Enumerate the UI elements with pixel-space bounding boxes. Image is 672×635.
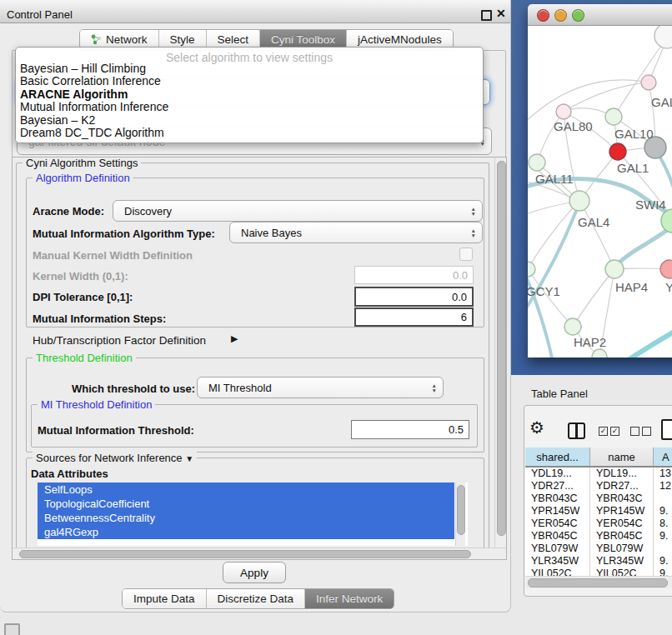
- group-title: Algorithm Definition: [33, 172, 133, 184]
- network-edge[interactable]: [528, 266, 553, 358]
- column-header-name[interactable]: name: [590, 448, 654, 468]
- network-graph[interactable]: GALGAL80GAL10GAL1GAL11GAL4SWI4GCY1HAP4YH…: [528, 26, 672, 358]
- manual-kernel-label: Manual Kernel Width Definition: [33, 249, 193, 262]
- algorithm-option[interactable]: Bayesian – K2: [20, 113, 95, 127]
- table-cell: YIL052C: [590, 568, 659, 576]
- deselect-all-icon[interactable]: [630, 427, 651, 436]
- float-window-icon[interactable]: [481, 10, 492, 21]
- tab-label: Network: [106, 33, 148, 46]
- tab-label: Select: [218, 33, 249, 46]
- hub-definition-toggle[interactable]: Hub/Transcription Factor Definition: [33, 334, 206, 347]
- table-row[interactable]: YER054CYER054C8.: [525, 518, 672, 530]
- table-row[interactable]: YBL079WYBL079W: [525, 542, 672, 555]
- control-panel-title: Control Panel: [7, 8, 73, 21]
- close-panel-icon[interactable]: ✕: [496, 7, 506, 20]
- table-cell: YDL19...: [525, 468, 596, 480]
- table-rows[interactable]: YDL19...YDL19...13YDR27...YDR27...12YBR0…: [525, 468, 672, 576]
- table-cell: 8.: [654, 518, 672, 530]
- table-cell: YER054C: [590, 518, 659, 530]
- node-swi4[interactable]: [661, 209, 672, 232]
- table-row[interactable]: YPR145WYPR145W9.: [525, 505, 672, 518]
- tab-discretize-data[interactable]: Discretize Data: [207, 589, 306, 608]
- algorithm-option[interactable]: Basic Correlation Inference: [20, 74, 161, 88]
- network-edge[interactable]: [573, 269, 614, 327]
- column-header-shared-name[interactable]: shared...: [525, 448, 590, 468]
- manual-kernel-checkbox[interactable]: [459, 248, 473, 261]
- data-attributes-label: Data Attributes: [31, 468, 108, 480]
- table-row[interactable]: YDR27...YDR27...12: [525, 480, 672, 492]
- data-attribute-item[interactable]: BetweennessCentrality: [38, 511, 454, 525]
- node-gal11[interactable]: [529, 154, 545, 171]
- algorithm-option[interactable]: Bayesian – Hill Climbing: [20, 62, 146, 75]
- list-scrollbar-thumb[interactable]: [457, 485, 465, 535]
- close-traffic-light-icon[interactable]: [537, 9, 549, 22]
- algorithm-option[interactable]: Dream8 DC_TDC Algorithm: [20, 126, 164, 139]
- table-cell: YER054C: [525, 518, 596, 530]
- aracne-mode-combobox[interactable]: Discovery ▲▼: [113, 200, 483, 222]
- network-edge[interactable]: [528, 80, 649, 124]
- network-edge[interactable]: [624, 326, 672, 358]
- select-all-icon[interactable]: ✓✓: [599, 427, 619, 436]
- node-top[interactable]: [654, 26, 672, 48]
- node-gcy1[interactable]: [528, 262, 535, 277]
- list-scrollbar[interactable]: [455, 482, 465, 546]
- tab-impute-data[interactable]: Impute Data: [123, 589, 207, 608]
- mi-threshold-field[interactable]: 0.5: [351, 420, 469, 439]
- dpi-tolerance-field[interactable]: 0.0: [354, 287, 474, 307]
- horizontal-scrollbar[interactable]: [13, 548, 506, 560]
- network-canvas[interactable]: GALGAL80GAL10GAL1GAL11GAL4SWI4GCY1HAP4YH…: [528, 26, 672, 358]
- node-gal80[interactable]: [556, 104, 571, 119]
- table-horizontal-scrollbar[interactable]: [525, 576, 672, 588]
- algorithm-option[interactable]: Mutual Information Inference: [20, 100, 168, 113]
- tab-label: jActiveMNodules: [358, 33, 442, 46]
- table-horizontal-scrollbar-thumb[interactable]: [528, 578, 668, 588]
- data-attribute-item[interactable]: TopologicalCoefficient: [38, 497, 454, 511]
- chevron-down-icon[interactable]: ▼: [185, 454, 193, 463]
- vertical-scrollbar-thumb[interactable]: [497, 161, 506, 536]
- node-gal4[interactable]: [569, 191, 589, 211]
- which-threshold-value: MI Threshold: [208, 382, 272, 394]
- table-cell: [654, 492, 672, 505]
- tab-label: Infer Network: [316, 592, 383, 605]
- zoom-traffic-light-icon[interactable]: [572, 9, 584, 22]
- mi-steps-field[interactable]: 6: [354, 308, 474, 327]
- node-gal1[interactable]: [609, 143, 626, 160]
- minimize-traffic-light-icon[interactable]: [554, 9, 567, 22]
- gear-icon[interactable]: ⚙: [529, 418, 544, 438]
- table-row[interactable]: YBR043CYBR043C: [525, 492, 672, 505]
- column-header-a[interactable]: A: [654, 448, 672, 468]
- table-row[interactable]: YDL19...YDL19...13: [525, 468, 672, 480]
- table-row[interactable]: YLR345WYLR345W9.: [525, 555, 672, 568]
- chevron-right-icon[interactable]: ▶: [231, 333, 238, 344]
- network-edge[interactable]: [579, 201, 614, 269]
- document-icon[interactable]: [661, 419, 672, 440]
- data-attribute-item[interactable]: SelfLoops: [38, 482, 454, 497]
- node-gal10[interactable]: [605, 108, 622, 125]
- data-attributes-listbox[interactable]: SelfLoopsTopologicalCoefficientBetweenne…: [38, 482, 468, 546]
- node-bottom[interactable]: [592, 349, 607, 358]
- table-row[interactable]: YBR045CYBR045C9.: [525, 530, 672, 542]
- apply-button[interactable]: Apply: [223, 562, 286, 583]
- node-hap4[interactable]: [605, 260, 624, 278]
- kernel-width-field[interactable]: 0.0: [354, 266, 474, 284]
- data-attribute-item[interactable]: gal4RGexp: [38, 525, 454, 539]
- tab-infer-network[interactable]: Infer Network: [305, 589, 394, 608]
- vertical-scrollbar[interactable]: [494, 158, 507, 548]
- network-edge[interactable]: [616, 226, 672, 266]
- algorithm-option[interactable]: ARACNE Algorithm: [20, 88, 128, 101]
- node-salmon[interactable]: [660, 260, 672, 278]
- table-cell: YLR345W: [590, 555, 659, 568]
- node-hap2[interactable]: [564, 318, 581, 335]
- table-row[interactable]: YIL052CYIL052C9.: [525, 568, 672, 576]
- which-threshold-label: Which threshold to use:: [72, 382, 195, 395]
- dpi-tolerance-label: DPI Tolerance [0,1]:: [33, 291, 133, 303]
- which-threshold-combobox[interactable]: MI Threshold ▲▼: [197, 377, 444, 398]
- horizontal-scrollbar-thumb[interactable]: [19, 550, 471, 558]
- network-edge[interactable]: [564, 82, 649, 112]
- mi-type-combobox[interactable]: Naive Bayes ▲▼: [229, 222, 483, 243]
- node-pink-upper[interactable]: [641, 75, 656, 90]
- table-cell: 12: [654, 480, 672, 492]
- cyni-settings-scroll-pane: Cyni Algorithm Settings Algorithm Defini…: [12, 157, 507, 560]
- split-columns-icon[interactable]: [568, 422, 585, 439]
- minimized-panel-icon[interactable]: [4, 623, 20, 635]
